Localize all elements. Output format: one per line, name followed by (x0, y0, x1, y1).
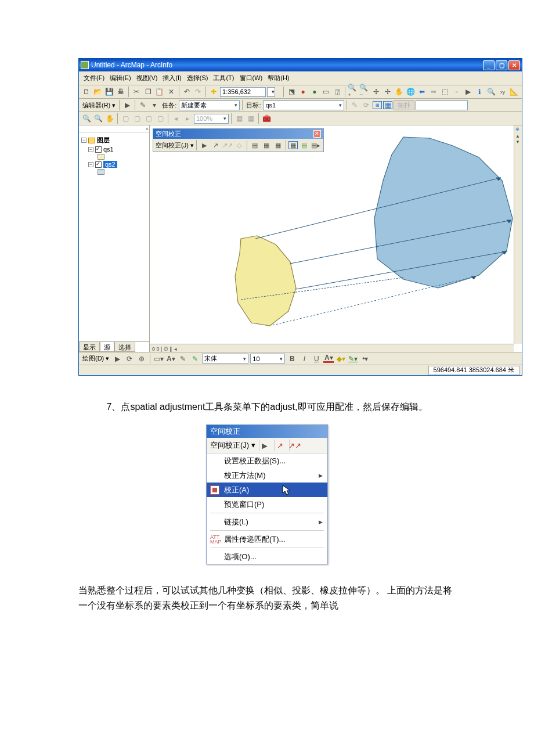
bold-icon[interactable]: B (287, 354, 297, 364)
italic-icon[interactable]: I (299, 354, 309, 364)
menu-edit[interactable]: 编辑(E) (109, 73, 132, 83)
editor-tool-icon[interactable]: ⬔ (286, 87, 297, 97)
spatial-adjustment-menu[interactable]: 空间校正(J) ▾ (156, 141, 194, 150)
layout-full-icon[interactable]: ▢ (120, 113, 131, 124)
layout-zoomin-icon[interactable]: 🔍 (81, 113, 92, 124)
paste-icon[interactable]: 📋 (154, 87, 165, 97)
font-color-icon[interactable]: A▾ (323, 355, 334, 363)
redo-icon[interactable]: ↷ (193, 87, 203, 97)
toolbox-icon[interactable]: 🧰 (261, 113, 272, 124)
text-tool-icon[interactable]: A▾ (165, 354, 176, 364)
layout-fixed-in-icon[interactable]: ▢ (143, 113, 154, 124)
prev-extent-icon[interactable]: ⬅ (417, 87, 427, 97)
menu-item-method[interactable]: 校正方法(M) (207, 468, 327, 483)
layout-100-icon[interactable]: ▢ (132, 113, 142, 124)
displacement-link-icon[interactable]: ↗ (274, 440, 286, 451)
whatsthis-icon[interactable]: ⍰ (333, 87, 343, 97)
toc-layer1-row[interactable]: − qs1 (88, 145, 147, 153)
layout-zoomout-icon[interactable]: 🔍 (93, 113, 103, 124)
horizontal-scrollbar[interactable]: 0 0 | ∅ ∥ ◂ (150, 344, 514, 352)
toc-close-icon[interactable]: × (79, 125, 149, 133)
maximize-button[interactable]: ▢ (496, 60, 507, 70)
select-elements-icon[interactable]: ▶ (463, 87, 474, 97)
menu-help[interactable]: 帮助(H) (266, 73, 290, 83)
fixed-zoom-out-icon[interactable]: ✢ (383, 87, 393, 97)
scale-dropdown[interactable] (267, 87, 275, 97)
menu-view[interactable]: 视图(V) (135, 73, 159, 83)
print-icon[interactable]: 🖶 (116, 87, 126, 97)
menu-file[interactable]: 文件(F) (82, 73, 106, 83)
menu-item-adjust[interactable]: 校正(A) (207, 483, 327, 497)
pan-icon[interactable]: ✋ (394, 87, 405, 97)
underline-icon[interactable]: U (311, 354, 322, 364)
marker-color-icon[interactable]: •▾ (360, 354, 370, 364)
link-table-icon[interactable]: ▤ (299, 140, 309, 150)
full-extent-icon[interactable]: 🌐 (406, 87, 416, 97)
select-elem-icon[interactable]: ▶ (112, 354, 122, 364)
expander-icon[interactable]: − (81, 138, 86, 143)
checkbox-icon[interactable] (95, 161, 102, 168)
edit-vertices-icon[interactable]: ✎ (178, 354, 188, 364)
edge-match-icon[interactable]: ▦ (261, 140, 272, 150)
add-data-icon[interactable]: ✚ (208, 87, 219, 97)
expander-icon[interactable]: − (88, 147, 93, 152)
view-switch-icons[interactable]: 0 0 | ∅ ∥ ◂ (150, 346, 177, 352)
select-features-icon[interactable]: ⬚ (440, 87, 450, 97)
layout-fixed-out-icon[interactable]: ▢ (155, 113, 165, 124)
zoom-edit-icon[interactable]: ⊕ (136, 354, 147, 364)
menu-item-attr-transfer[interactable]: ATT MAP 属性传递匹配(T)... (207, 532, 327, 546)
menu-window[interactable]: 窗口(W) (239, 73, 264, 83)
layout-zoom-dropdown[interactable]: 100% (194, 114, 229, 124)
copy-icon[interactable]: ❐ (143, 87, 153, 97)
drawing-menu[interactable]: 绘图(D) ▾ (81, 354, 110, 363)
menu-tools[interactable]: 工具(T) (212, 73, 235, 83)
menu-item-options[interactable]: 选项(O)... (207, 549, 327, 564)
toc-tab-select[interactable]: 选择 (114, 342, 135, 352)
toc-layer2-row[interactable]: − qs2 (88, 160, 147, 168)
identify-icon[interactable]: ℹ (475, 87, 485, 97)
scale-field[interactable]: 1:356,632 (220, 87, 266, 97)
extend-field[interactable] (416, 100, 468, 110)
multi-link-icon[interactable]: ↗↗ (222, 140, 233, 150)
callout-icon[interactable]: ✎ (190, 354, 200, 364)
delete-icon[interactable]: ✕ (166, 87, 176, 97)
attributes-icon[interactable]: ⊞ (373, 101, 382, 109)
fill-color-icon[interactable]: ◆▾ (335, 354, 346, 364)
cut-icon[interactable]: ✂ (131, 87, 142, 97)
toc-tab-source[interactable]: 源 (100, 342, 114, 352)
font-dropdown[interactable]: 宋体 (202, 354, 248, 363)
layout-prev-icon[interactable]: ◂ (171, 113, 181, 124)
toc-layer2-symbol[interactable] (98, 168, 147, 175)
adjust-preview-icon[interactable]: ▤▸ (311, 140, 321, 150)
fixed-zoom-in-icon[interactable]: ✢ (371, 87, 381, 97)
target-dropdown[interactable]: qs1 (263, 100, 344, 110)
view-links-icon[interactable]: ▦ (288, 141, 298, 149)
ball-icon[interactable]: ● (298, 87, 308, 97)
map-canvas[interactable]: 空间校正 ✕ 空间校正(J) ▾ ▶ ↗ ↗↗ ◇ ▤ ▦ ▦ ▦ ▤ (150, 125, 522, 352)
toc-root-row[interactable]: − 图层 (81, 135, 147, 145)
expander-icon[interactable]: − (88, 162, 93, 167)
catalog-icon[interactable]: ▭ (321, 87, 331, 97)
undo-icon[interactable]: ↶ (182, 87, 192, 97)
editor-menu[interactable]: 编辑器(R) ▾ (81, 101, 117, 110)
rectangle-dropdown-icon[interactable]: ▭▾ (153, 354, 164, 364)
open-icon[interactable]: 📂 (93, 87, 103, 97)
layout-layout-icon[interactable]: ▦ (246, 113, 256, 124)
measure-icon[interactable]: 📐 (509, 87, 519, 97)
close-button[interactable]: ✕ (508, 60, 520, 70)
checkbox-icon[interactable] (95, 146, 102, 153)
select-tool-icon[interactable]: ▶ (199, 140, 210, 150)
save-icon[interactable]: 💾 (104, 87, 115, 97)
multi-link-icon[interactable]: ↗↗ (289, 440, 301, 451)
find-icon[interactable]: 🔍 (486, 87, 496, 97)
task-dropdown[interactable]: 新建要素 (179, 100, 240, 110)
font-size-dropdown[interactable]: 10 (250, 354, 285, 363)
line-color-icon[interactable]: ✎▾ (348, 354, 358, 364)
edit-tool-icon[interactable]: ▶ (122, 100, 132, 110)
spatial-adjustment-toolbar[interactable]: 空间校正 ✕ 空间校正(J) ▾ ▶ ↗ ↗↗ ◇ ▤ ▦ ▦ ▦ ▤ (153, 128, 324, 152)
displacement-link-icon[interactable]: ↗ (211, 140, 221, 150)
zoom-out-icon[interactable]: 🔍⁻ (359, 87, 370, 97)
menu-insert[interactable]: 插入(I) (161, 73, 182, 83)
limited-adjust-icon[interactable]: ▤ (250, 140, 260, 150)
menu-item-set-data[interactable]: 设置校正数据(S)... (207, 453, 327, 468)
